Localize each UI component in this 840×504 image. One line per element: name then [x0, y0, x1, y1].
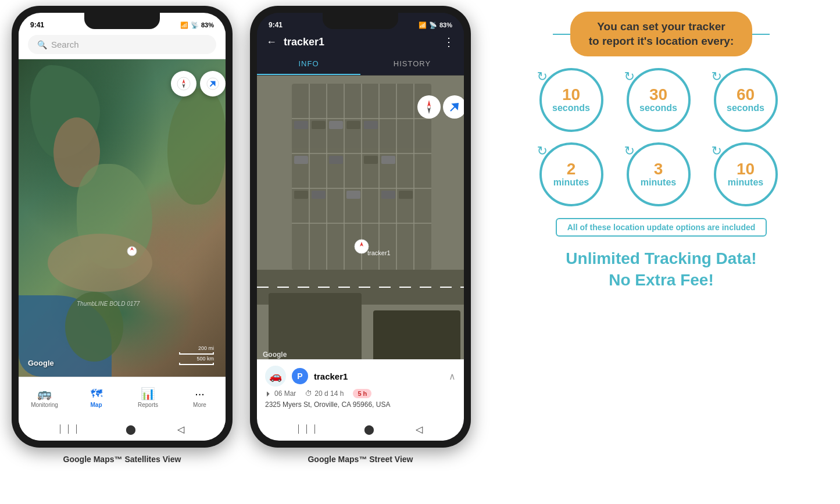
nav-more[interactable]: ··· More — [174, 387, 226, 408]
tab-info[interactable]: INFO — [257, 53, 360, 75]
svg-point-38 — [355, 240, 369, 253]
scale-200mi: 200 mi — [198, 345, 214, 351]
circle-2min: 2 minutes — [539, 142, 603, 206]
svg-rect-33 — [399, 191, 413, 199]
phone2-screen: 9:41 📶 📡 83% ← tracker1 ⋮ INFO — [257, 13, 464, 441]
svg-rect-29 — [294, 191, 308, 199]
circle-10sec: 10 seconds — [539, 68, 603, 132]
circle-60sec-number: 60 — [737, 87, 755, 103]
info-section: You can set your tracker to report it's … — [482, 0, 840, 302]
android-recent-2[interactable]: ◁ — [416, 424, 423, 435]
car-marker-1 — [126, 245, 138, 262]
android-home[interactable]: ⬤ — [126, 424, 136, 435]
parking-badge: P — [292, 368, 308, 384]
phone1-time: 9:41 — [30, 21, 44, 29]
phone1-notch — [84, 13, 160, 29]
expand-button[interactable]: ∧ — [449, 371, 456, 382]
time-badge: 5 h — [353, 389, 371, 398]
circle-30sec: 30 seconds — [627, 68, 691, 132]
svg-rect-20 — [294, 121, 308, 129]
search-placeholder: Search — [51, 40, 79, 49]
date-detail: ⏵ 06 Mar — [265, 389, 296, 398]
info-details-row: ⏵ 06 Mar ⏱ 20 d 14 h 5 h — [265, 389, 456, 398]
nav-reports[interactable]: 📊 Reports — [122, 387, 174, 408]
svg-rect-26 — [329, 156, 343, 164]
google-logo-1: Google — [28, 359, 54, 367]
search-icon: 🔍 — [37, 40, 47, 49]
duration-detail: ⏱ 20 d 14 h — [305, 389, 344, 398]
phone2-caption: Google Maps™ Street View — [308, 455, 413, 464]
circle-3min-number: 3 — [654, 161, 663, 177]
info-panel: 🚗 P tracker1 ∧ ⏵ 06 Mar ⏱ 20 d 14 h — [257, 359, 464, 417]
circle-3min: 3 minutes — [627, 142, 691, 206]
satellite-map-container: ThumbLINE BOLD 0177 — [19, 59, 226, 377]
android-back-2[interactable]: ⎸⎸⎸ — [298, 424, 323, 434]
svg-rect-31 — [346, 191, 360, 199]
svg-rect-24 — [364, 121, 378, 129]
more-label: More — [193, 402, 206, 408]
info-tracker-name: tracker1 — [314, 371, 443, 381]
headline-box: You can set your tracker to report it's … — [570, 12, 752, 56]
map-label-nav: Map — [91, 402, 102, 408]
nav-monitoring[interactable]: 🚌 Monitoring — [19, 387, 70, 408]
scale-500km: 500 km — [196, 356, 214, 362]
tracker-vehicle-icon: 🚗 — [265, 366, 286, 387]
android-home-2[interactable]: ⬤ — [364, 424, 374, 435]
tracker-title: tracker1 — [284, 36, 436, 48]
bottom-nav-1: 🚌 Monitoring 🗺 Map 📊 Reports ··· More — [19, 377, 226, 417]
svg-rect-30 — [312, 191, 326, 199]
circle-2min-number: 2 — [567, 161, 576, 177]
right-teal-line — [752, 34, 770, 35]
map-icon: 🗺 — [91, 387, 102, 401]
circle-2min-unit: minutes — [553, 177, 589, 188]
phone2-app-header: ← tracker1 ⋮ — [257, 31, 464, 53]
address-row: 2325 Myers St, Oroville, CA 95966, USA — [265, 401, 456, 409]
circle-60sec-unit: seconds — [727, 103, 764, 113]
info-duration: 20 d 14 h — [314, 389, 344, 398]
android-back[interactable]: ⎸⎸⎸ — [60, 424, 84, 434]
headline-wrapper: You can set your tracker to report it's … — [553, 12, 770, 56]
monitoring-icon: 🚌 — [37, 387, 52, 401]
tabs-bar: INFO HISTORY — [257, 53, 464, 76]
phone2-notch — [323, 13, 398, 29]
clock-icon: ⏱ — [305, 389, 312, 398]
back-button[interactable]: ← — [266, 36, 277, 48]
phone1-status-right: 📶 📡 83% — [180, 22, 214, 29]
android-recent[interactable]: ◁ — [177, 424, 184, 435]
circle-10min-unit: minutes — [728, 177, 763, 188]
phone2-signal-icon: 📶 — [419, 22, 427, 29]
unlimited-line2: No Extra Fee! — [566, 270, 756, 291]
navigate-button[interactable] — [200, 71, 226, 96]
circle-10sec-number: 10 — [562, 87, 580, 103]
phone2-battery: 83% — [439, 22, 452, 28]
map-label: ThumbLINE BOLD 0177 — [77, 301, 140, 307]
headline-text: You can set your tracker to report it's … — [589, 20, 734, 47]
phones-section: 9:41 📶 📡 83% 🔍 Search — [0, 0, 482, 470]
tab-history[interactable]: HISTORY — [360, 53, 464, 75]
search-bar[interactable]: 🔍 Search — [28, 35, 216, 54]
phone1-wifi-icon: 📡 — [191, 22, 199, 29]
circles-grid: 10 seconds 30 seconds 60 seconds 2 minut… — [539, 68, 784, 206]
aerial-map-svg: tracker1 Google — [257, 76, 464, 359]
phone1-signal-icon: 📶 — [180, 22, 188, 29]
included-box: All of these location update options are… — [556, 218, 767, 237]
calendar-icon: ⏵ — [265, 389, 272, 398]
phone2-wifi-icon: 📡 — [429, 22, 437, 29]
nav-map[interactable]: 🗺 Map — [70, 387, 122, 408]
more-menu-button[interactable]: ⋮ — [443, 35, 455, 49]
circle-30sec-number: 30 — [649, 87, 667, 103]
compass-button[interactable] — [171, 71, 196, 96]
phone1-screen: 9:41 📶 📡 83% 🔍 Search — [19, 13, 226, 441]
phone1-frame: 9:41 📶 📡 83% 🔍 Search — [12, 6, 233, 448]
scale-line-km — [179, 363, 214, 365]
svg-text:Google: Google — [263, 351, 287, 359]
svg-rect-37 — [373, 310, 460, 359]
info-date: 06 Mar — [274, 389, 296, 398]
svg-rect-36 — [269, 293, 362, 359]
tab-info-label: INFO — [298, 59, 319, 68]
svg-text:tracker1: tracker1 — [367, 249, 391, 256]
reports-label: Reports — [138, 402, 158, 408]
sat-shape3 — [167, 88, 226, 205]
phone1-battery: 83% — [201, 22, 214, 28]
scale-bar: 200 mi 500 km — [179, 345, 214, 365]
